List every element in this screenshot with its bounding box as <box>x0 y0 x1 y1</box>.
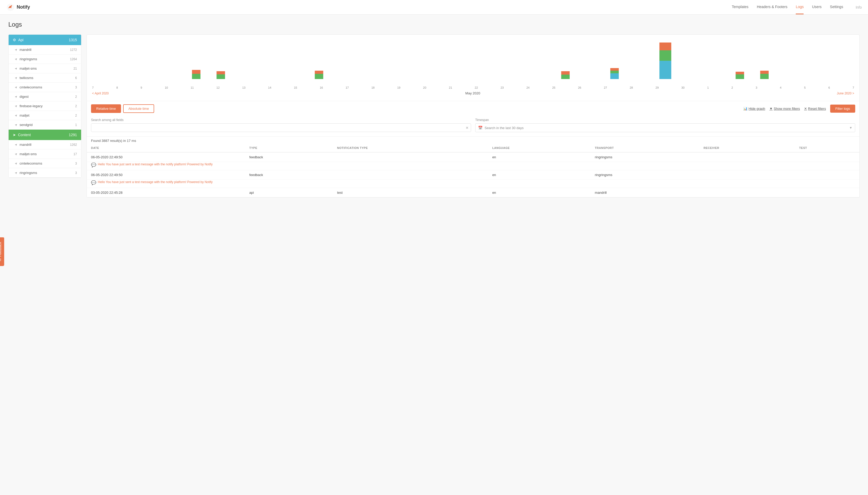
nav-users[interactable]: Users <box>812 0 821 14</box>
sidebar-item-mailjet-sms-2[interactable]: ➤ mailjet-sms 17 <box>8 150 81 159</box>
table-row-message-2[interactable]: 💬 Hello You have just sent a test messag… <box>87 180 860 188</box>
message-text-2: Hello You have just sent a test message … <box>98 180 212 184</box>
sidebar-group-api[interactable]: ⚙ Api 1315 <box>8 35 81 45</box>
table-header-row: DATE TYPE NOTIFICATION TYPE LANGUAGE TRA… <box>87 144 860 152</box>
send-icon-c1: ➤ <box>14 142 18 147</box>
col-language: LANGUAGE <box>488 144 591 152</box>
cell-date: 06-05-2020 22:49:50 <box>87 152 245 162</box>
cell-receiver <box>699 188 795 198</box>
svg-rect-12 <box>610 68 619 71</box>
sidebar-group-content-count: 1291 <box>69 133 77 137</box>
message-bubble-icon-1: 💬 <box>91 163 96 167</box>
sidebar-item-cmtelecomsms-2[interactable]: ➤ cmtelecomsms 3 <box>8 159 81 168</box>
cell-language: en <box>488 152 591 162</box>
cell-transport: mandrill <box>591 188 699 198</box>
main-nav: Templates Headers & Footers Logs Users S… <box>732 0 862 14</box>
results-summary: Found 3887 result(s) in 17 ms <box>91 139 136 143</box>
sidebar-item-ringringsms-1[interactable]: ➤ ringringsms 1264 <box>8 54 81 64</box>
chart-nav: < April 2020 May 2020 June 2020 > <box>92 90 854 98</box>
timespan-input-wrap[interactable]: 📅 Search in the last 30 days ▼ <box>475 123 855 132</box>
send-icon-1: ➤ <box>14 48 18 52</box>
cell-notification-type <box>333 170 488 180</box>
timespan-field-group: Timespan 📅 Search in the last 30 days ▼ <box>475 118 855 132</box>
svg-rect-7 <box>315 71 323 74</box>
bar-chart <box>92 40 854 84</box>
sidebar-item-mailjet-label: mailjet <box>20 114 30 117</box>
svg-rect-3 <box>192 70 200 74</box>
col-type: TYPE <box>245 144 333 152</box>
timespan-value: Search in the last 30 days <box>484 126 849 130</box>
cell-notification-type <box>333 152 488 162</box>
close-icon: ✕ <box>804 107 807 110</box>
hide-graph-link[interactable]: 📊 Hide graph <box>743 107 765 110</box>
sidebar-item-mandrill-1[interactable]: ➤ mandrill 1272 <box>8 45 81 54</box>
sidebar-item-cmtelecomsms-1-count: 3 <box>75 86 77 89</box>
nav-logs[interactable]: Logs <box>796 0 804 14</box>
col-date: DATE <box>87 144 245 152</box>
absolute-time-button[interactable]: Absolute time <box>123 104 154 113</box>
brand-logo-icon <box>6 3 15 12</box>
clear-search-icon[interactable]: ✕ <box>465 126 469 130</box>
search-input[interactable] <box>91 124 471 132</box>
svg-rect-11 <box>610 71 619 73</box>
sidebar-item-cmtelecomsms-1[interactable]: ➤ cmtelecomsms 3 <box>8 83 81 92</box>
send-icon-c4: ➤ <box>14 171 18 175</box>
sidebar-item-twiliosms-count: 6 <box>75 76 77 80</box>
search-area: Search among all fields ✕ Timespan 📅 Sea… <box>87 116 860 136</box>
sidebar-item-cmtelecomsms-1-label: cmtelecomsms <box>20 85 42 89</box>
sidebar-item-ringringsms-2[interactable]: ➤ ringringsms 3 <box>8 168 81 177</box>
svg-rect-14 <box>659 50 671 61</box>
sidebar-item-mailjet-sms-1[interactable]: ➤ mailjet-sms 21 <box>8 64 81 73</box>
cell-test <box>795 188 860 198</box>
sidebar-item-firebase-legacy[interactable]: ➤ firebase-legacy 2 <box>8 101 81 111</box>
send-icon-6: ➤ <box>14 95 18 99</box>
svg-rect-9 <box>561 71 569 74</box>
sidebar-item-sendgrid[interactable]: ➤ sendgrid 1 <box>8 120 81 130</box>
message-content-1: 💬 Hello You have just sent a test messag… <box>91 163 855 167</box>
reset-filters-link[interactable]: ✕ Reset filters <box>804 107 826 110</box>
cell-language: en <box>488 188 591 198</box>
chart-next-button[interactable]: June 2020 > <box>837 91 854 95</box>
cell-transport: ringringsms <box>591 152 699 162</box>
sidebar-item-cmtelecomsms-2-count: 3 <box>75 162 77 165</box>
nav-headers-footers[interactable]: Headers & Footers <box>757 0 788 14</box>
filter-logs-button[interactable]: Filter logs <box>830 105 855 113</box>
sidebar-item-mailjet[interactable]: ➤ mailjet 2 <box>8 111 81 120</box>
sidebar-item-mandrill-2[interactable]: ➤ mandrill 1262 <box>8 140 81 150</box>
table-row[interactable]: 06-05-2020 22:49:50 feedback en ringring… <box>87 152 860 162</box>
sidebar-item-cmtelecomsms-2-label: cmtelecomsms <box>20 161 42 165</box>
search-label: Search among all fields <box>91 118 471 122</box>
table-row[interactable]: 03-05-2020 22:45:28 api test en mandrill <box>87 188 860 198</box>
sidebar: ⚙ Api 1315 ➤ mandrill 1272 ➤ ringringsms… <box>8 34 81 178</box>
cell-type: feedback <box>245 152 333 162</box>
nav-settings[interactable]: Settings <box>830 0 843 14</box>
main-layout: ⚙ Api 1315 ➤ mandrill 1272 ➤ ringringsms… <box>8 34 860 198</box>
send-icon-3: ➤ <box>14 66 18 71</box>
calendar-icon: 📅 <box>478 126 482 130</box>
relative-time-button[interactable]: Relative time <box>91 104 121 113</box>
message-bubble-icon-2: 💬 <box>91 180 96 185</box>
brand[interactable]: Notify <box>6 3 30 12</box>
sidebar-group-api-label: Api <box>18 38 23 42</box>
navbar: Notify Templates Headers & Footers Logs … <box>0 0 868 15</box>
sidebar-item-digest[interactable]: ➤ digest 2 <box>8 92 81 101</box>
sidebar-item-firebase-label: firebase-legacy <box>20 104 42 108</box>
cell-receiver <box>699 152 795 162</box>
sidebar-item-twiliosms[interactable]: ➤ twiliosms 6 <box>8 73 81 83</box>
chevron-down-icon: ▼ <box>849 126 852 130</box>
nav-templates[interactable]: Templates <box>732 0 749 14</box>
sidebar-group-content[interactable]: ➤ Content 1291 <box>8 130 81 140</box>
nav-info[interactable]: Info <box>856 5 862 10</box>
sidebar-group-api-count: 1315 <box>69 38 77 42</box>
send-icon-2: ➤ <box>14 57 18 61</box>
show-more-filters-link[interactable]: ▼ Show more filters <box>769 107 800 110</box>
svg-rect-16 <box>735 74 744 79</box>
sidebar-item-firebase-count: 2 <box>75 104 77 108</box>
col-notification-type: NOTIFICATION TYPE <box>333 144 488 152</box>
chart-prev-button[interactable]: < April 2020 <box>92 91 109 95</box>
table-row[interactable]: 06-05-2020 22:49:50 feedback en ringring… <box>87 170 860 180</box>
send-icon-8: ➤ <box>14 113 18 118</box>
cell-type: feedback <box>245 170 333 180</box>
table-row-message-1[interactable]: 💬 Hello You have just sent a test messag… <box>87 162 860 170</box>
svg-point-1 <box>11 5 12 6</box>
